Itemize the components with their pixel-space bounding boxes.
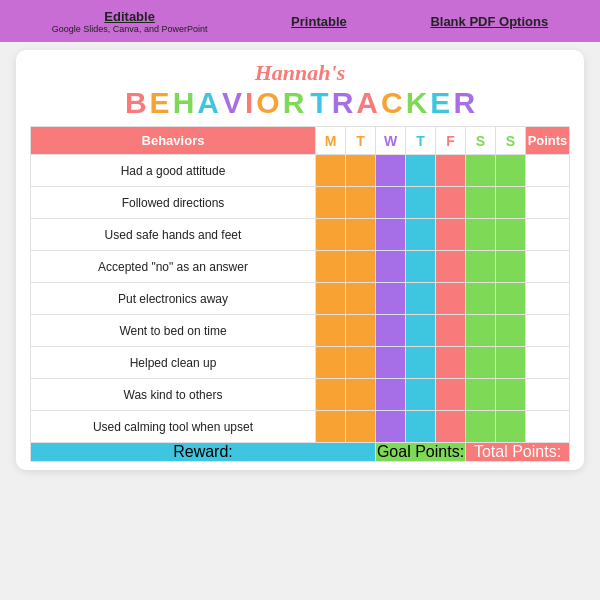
day-cell[interactable] <box>406 379 436 411</box>
day-cell[interactable] <box>376 411 406 443</box>
table-row: Went to bed on time <box>31 315 570 347</box>
day-cell[interactable] <box>466 347 496 379</box>
points-cell[interactable] <box>526 251 570 283</box>
top-bar-item: Blank PDF Options <box>430 14 548 29</box>
title-letter: R <box>453 86 475 120</box>
table-row: Used calming tool when upset <box>31 411 570 443</box>
day-cell[interactable] <box>346 155 376 187</box>
title-letter: C <box>381 86 403 120</box>
footer-reward: Reward: <box>31 443 376 462</box>
day-cell[interactable] <box>316 155 346 187</box>
day-cell[interactable] <box>406 315 436 347</box>
points-cell[interactable] <box>526 411 570 443</box>
day-cell[interactable] <box>376 219 406 251</box>
day-cell[interactable] <box>466 315 496 347</box>
day-cell[interactable] <box>496 347 526 379</box>
day-cell[interactable] <box>466 283 496 315</box>
title-letter: I <box>245 86 253 120</box>
behavior-cell: Went to bed on time <box>31 315 316 347</box>
day-cell[interactable] <box>316 379 346 411</box>
top-bar-item: EditableGoogle Slides, Canva, and PowerP… <box>52 9 208 34</box>
points-cell[interactable] <box>526 187 570 219</box>
day-cell[interactable] <box>466 155 496 187</box>
day-cell[interactable] <box>496 219 526 251</box>
title-letter: E <box>430 86 450 120</box>
day-cell[interactable] <box>376 155 406 187</box>
day-cell[interactable] <box>406 283 436 315</box>
day-cell[interactable] <box>376 251 406 283</box>
day-cell[interactable] <box>406 251 436 283</box>
day-cell[interactable] <box>316 347 346 379</box>
day-cell[interactable] <box>466 251 496 283</box>
day-cell[interactable] <box>436 187 466 219</box>
day-cell[interactable] <box>316 219 346 251</box>
day-cell[interactable] <box>496 283 526 315</box>
points-cell[interactable] <box>526 219 570 251</box>
title-area: Hannah's BEHAVIOR TRACKER <box>30 60 570 120</box>
day-cell[interactable] <box>466 219 496 251</box>
top-bar-item: Printable <box>291 14 347 29</box>
table-row: Had a good attitude <box>31 155 570 187</box>
day-cell[interactable] <box>466 379 496 411</box>
day-cell[interactable] <box>346 411 376 443</box>
day-cell[interactable] <box>376 283 406 315</box>
points-cell[interactable] <box>526 155 570 187</box>
day-cell[interactable] <box>406 411 436 443</box>
day-cell[interactable] <box>346 347 376 379</box>
day-cell[interactable] <box>316 315 346 347</box>
day-cell[interactable] <box>316 251 346 283</box>
title-letter: H <box>173 86 195 120</box>
header-day-w: W <box>376 127 406 155</box>
points-cell[interactable] <box>526 379 570 411</box>
day-cell[interactable] <box>496 251 526 283</box>
day-cell[interactable] <box>376 315 406 347</box>
day-cell[interactable] <box>466 411 496 443</box>
day-cell[interactable] <box>496 379 526 411</box>
day-cell[interactable] <box>376 347 406 379</box>
day-cell[interactable] <box>316 187 346 219</box>
day-cell[interactable] <box>466 187 496 219</box>
day-cell[interactable] <box>496 187 526 219</box>
day-cell[interactable] <box>496 155 526 187</box>
day-cell[interactable] <box>436 155 466 187</box>
header-points: Points <box>526 127 570 155</box>
day-cell[interactable] <box>376 187 406 219</box>
day-cell[interactable] <box>406 187 436 219</box>
day-cell[interactable] <box>346 251 376 283</box>
footer-row: Reward: Goal Points: Total Points: <box>31 443 570 462</box>
day-cell[interactable] <box>436 347 466 379</box>
day-cell[interactable] <box>436 379 466 411</box>
day-cell[interactable] <box>436 283 466 315</box>
points-cell[interactable] <box>526 283 570 315</box>
day-cell[interactable] <box>346 379 376 411</box>
day-cell[interactable] <box>376 379 406 411</box>
day-cell[interactable] <box>346 219 376 251</box>
footer-goal-points: Goal Points: <box>376 443 466 462</box>
day-cell[interactable] <box>436 411 466 443</box>
table-row: Accepted "no" as an answer <box>31 251 570 283</box>
points-cell[interactable] <box>526 315 570 347</box>
day-cell[interactable] <box>496 315 526 347</box>
day-cell[interactable] <box>436 315 466 347</box>
day-cell[interactable] <box>316 411 346 443</box>
day-cell[interactable] <box>346 283 376 315</box>
header-behaviors: Behaviors <box>31 127 316 155</box>
day-cell[interactable] <box>496 411 526 443</box>
header-day-t1: T <box>346 127 376 155</box>
day-cell[interactable] <box>316 283 346 315</box>
day-cell[interactable] <box>346 187 376 219</box>
title-letter: B <box>125 86 147 120</box>
day-cell[interactable] <box>406 155 436 187</box>
name-title: Hannah's <box>30 60 570 86</box>
tracker-table: Behaviors M T W T F S S Points Had a goo… <box>30 126 570 462</box>
day-cell[interactable] <box>406 219 436 251</box>
day-cell[interactable] <box>436 251 466 283</box>
header-day-t2: T <box>406 127 436 155</box>
behavior-cell: Followed directions <box>31 187 316 219</box>
day-cell[interactable] <box>346 315 376 347</box>
day-cell[interactable] <box>436 219 466 251</box>
behavior-cell: Put electronics away <box>31 283 316 315</box>
day-cell[interactable] <box>406 347 436 379</box>
behavior-cell: Was kind to others <box>31 379 316 411</box>
points-cell[interactable] <box>526 347 570 379</box>
